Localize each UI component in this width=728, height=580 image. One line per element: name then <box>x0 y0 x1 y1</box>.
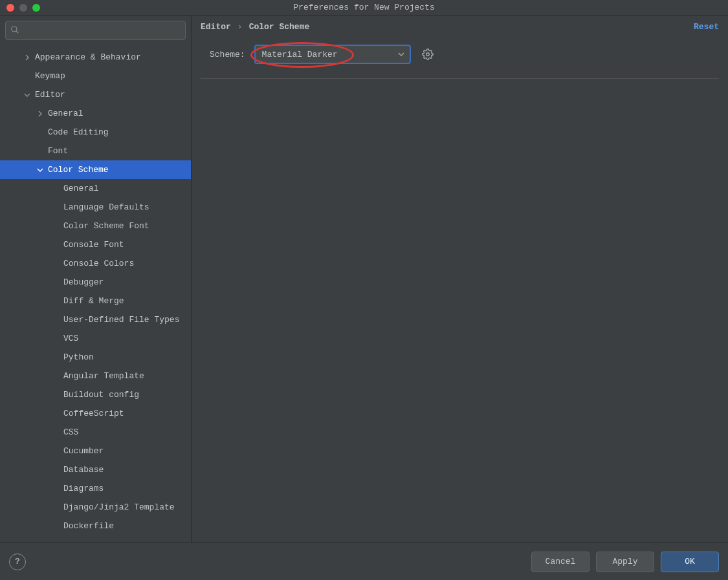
tree-item-label: Dockerfile <box>61 521 114 531</box>
tree-item-label: CSS <box>61 427 78 437</box>
breadcrumb-part-color-scheme: Color Scheme <box>249 22 310 32</box>
search-container <box>0 16 191 45</box>
tree-item-label: Buildout config <box>61 390 139 400</box>
tree-item-dockerfile[interactable]: Dockerfile <box>0 517 191 535</box>
cancel-button[interactable]: Cancel <box>531 552 590 572</box>
tree-item-label: Font <box>45 146 68 156</box>
tree-item-label: Editor <box>32 90 65 100</box>
apply-button-label: Apply <box>612 557 637 566</box>
chevron-down-icon <box>35 167 45 173</box>
tree-item-label: Angular Template <box>61 371 144 381</box>
tree-item-label: Diagrams <box>61 484 104 493</box>
ok-button-label: OK <box>685 557 695 566</box>
tree-item-general[interactable]: General <box>0 179 191 198</box>
search-input[interactable] <box>5 21 186 40</box>
tree-item-label: User-Defined File Types <box>61 315 179 325</box>
settings-tree[interactable]: Appearance & BehaviorKeymapEditorGeneral… <box>0 45 191 542</box>
help-icon: ? <box>15 557 20 566</box>
tree-item-console-font[interactable]: Console Font <box>0 235 191 254</box>
tree-item-general[interactable]: General <box>0 104 191 123</box>
tree-item-debugger[interactable]: Debugger <box>0 273 191 292</box>
sidebar: Appearance & BehaviorKeymapEditorGeneral… <box>0 16 192 542</box>
gear-icon <box>422 48 434 60</box>
tree-item-label: Diff & Merge <box>61 296 124 306</box>
scheme-settings-button[interactable] <box>420 47 436 62</box>
main-panel: Editor › Color Scheme Reset Scheme: Mate… <box>192 16 728 542</box>
chevron-down-icon <box>398 51 404 58</box>
tree-item-label: Console Colors <box>61 259 134 268</box>
help-button[interactable]: ? <box>9 553 26 570</box>
tree-item-label: Language Defaults <box>61 202 149 212</box>
tree-item-vcs[interactable]: VCS <box>0 329 191 348</box>
tree-item-label: Color Scheme <box>45 165 109 175</box>
tree-item-console-colors[interactable]: Console Colors <box>0 254 191 273</box>
tree-item-label: Database <box>61 465 104 475</box>
tree-item-label: Console Font <box>61 240 124 250</box>
tree-item-label: General <box>61 184 99 193</box>
scheme-select-value: Material Darker <box>262 50 338 59</box>
breadcrumb: Editor › Color Scheme <box>201 22 309 32</box>
tree-item-label: Python <box>61 352 94 362</box>
tree-item-database[interactable]: Database <box>0 460 191 479</box>
tree-item-label: Debugger <box>61 277 104 287</box>
search-icon <box>10 25 19 34</box>
tree-item-code-editing[interactable]: Code Editing <box>0 123 191 142</box>
tree-item-diff-merge[interactable]: Diff & Merge <box>0 292 191 310</box>
chevron-down-icon <box>22 92 32 98</box>
reset-link[interactable]: Reset <box>694 22 719 32</box>
breadcrumb-separator: › <box>237 22 243 32</box>
tree-item-label: Keymap <box>32 71 65 81</box>
tree-item-label: Code Editing <box>45 127 109 137</box>
titlebar: Preferences for New Projects <box>0 0 728 16</box>
tree-item-label: Color Scheme Font <box>61 221 149 231</box>
tree-item-angular-template[interactable]: Angular Template <box>0 367 191 385</box>
apply-button[interactable]: Apply <box>596 552 654 572</box>
cancel-button-label: Cancel <box>546 557 576 566</box>
footer-buttons: Cancel Apply OK <box>531 552 719 572</box>
tree-item-coffeescript[interactable]: CoffeeScript <box>0 404 191 423</box>
tree-item-font[interactable]: Font <box>0 142 191 160</box>
svg-point-0 <box>12 27 17 32</box>
tree-item-django-jinja2-template[interactable]: Django/Jinja2 Template <box>0 498 191 517</box>
tree-item-color-scheme-font[interactable]: Color Scheme Font <box>0 217 191 235</box>
ok-button[interactable]: OK <box>661 552 719 572</box>
tree-item-label: Appearance & Behavior <box>32 52 141 62</box>
tree-item-editor[interactable]: Editor <box>0 85 191 104</box>
tree-item-user-defined-file-types[interactable]: User-Defined File Types <box>0 310 191 329</box>
tree-item-label: VCS <box>61 334 78 343</box>
scheme-label: Scheme: <box>210 50 245 59</box>
tree-item-appearance-behavior[interactable]: Appearance & Behavior <box>0 48 191 67</box>
tree-item-cucumber[interactable]: Cucumber <box>0 442 191 460</box>
tree-item-keymap[interactable]: Keymap <box>0 67 191 85</box>
scheme-select[interactable]: Material Darker <box>254 45 411 64</box>
svg-point-2 <box>426 53 429 56</box>
main-header: Editor › Color Scheme Reset <box>192 16 728 36</box>
tree-item-buildout-config[interactable]: Buildout config <box>0 385 191 404</box>
footer: ? Cancel Apply OK <box>0 542 728 580</box>
scheme-row: Scheme: Material Darker <box>201 36 719 79</box>
chevron-right-icon <box>22 54 32 61</box>
chevron-right-icon <box>35 111 45 117</box>
tree-item-language-defaults[interactable]: Language Defaults <box>0 198 191 217</box>
tree-item-color-scheme[interactable]: Color Scheme <box>0 160 191 179</box>
tree-item-label: Django/Jinja2 Template <box>61 502 175 512</box>
breadcrumb-part-editor: Editor <box>201 22 231 32</box>
tree-item-css[interactable]: CSS <box>0 423 191 442</box>
svg-line-1 <box>16 31 19 34</box>
tree-item-label: CoffeeScript <box>61 409 124 418</box>
tree-item-label: General <box>45 109 83 118</box>
tree-item-python[interactable]: Python <box>0 348 191 367</box>
tree-item-label: Cucumber <box>61 446 104 456</box>
window-title: Preferences for New Projects <box>0 3 728 12</box>
tree-item-diagrams[interactable]: Diagrams <box>0 479 191 498</box>
